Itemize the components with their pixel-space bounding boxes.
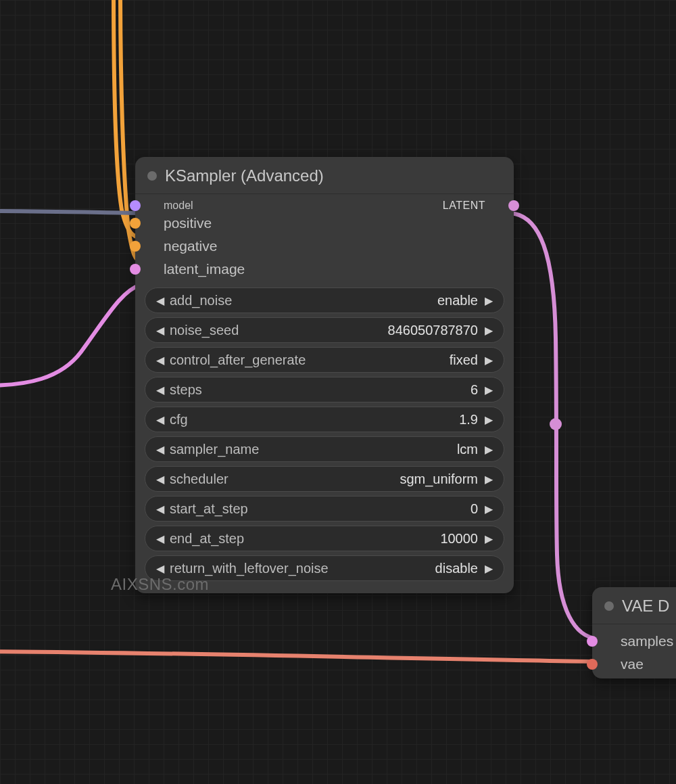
widget-control-after-generate[interactable]: ◀ control_after_generate fixed ▶ — [145, 347, 504, 373]
widget-label: steps — [170, 382, 202, 398]
widget-sampler-name[interactable]: ◀ sampler_name lcm ▶ — [145, 436, 504, 462]
input-port-model[interactable] — [130, 200, 141, 211]
input-label-latent-image: latent_image — [164, 261, 245, 277]
widget-end-at-step[interactable]: ◀ end_at_step 10000 ▶ — [145, 526, 504, 551]
output-port-latent[interactable] — [508, 200, 519, 211]
node-ksampler-advanced[interactable]: KSampler (Advanced) model LATENT positiv… — [135, 157, 514, 593]
input-port-negative[interactable] — [130, 241, 141, 252]
input-port-vae[interactable] — [587, 659, 598, 670]
widget-scheduler[interactable]: ◀ scheduler sgm_uniform ▶ — [145, 466, 504, 492]
widget-value: 846050787870 — [388, 323, 478, 338]
input-label-model: model — [164, 200, 193, 212]
arrow-left-icon[interactable]: ◀ — [153, 503, 167, 515]
arrow-left-icon[interactable]: ◀ — [153, 532, 167, 545]
arrow-right-icon[interactable]: ▶ — [482, 443, 496, 456]
widget-value: 6 — [470, 382, 478, 398]
input-label-samples: samples — [621, 633, 673, 649]
arrow-right-icon[interactable]: ▶ — [482, 384, 496, 396]
watermark-text: AIXSNS.com — [111, 575, 209, 594]
widget-value: fixed — [450, 352, 478, 368]
arrow-left-icon[interactable]: ◀ — [153, 324, 167, 337]
input-label-negative: negative — [164, 238, 217, 254]
widget-label: return_with_leftover_noise — [170, 561, 329, 576]
widget-value: 1.9 — [459, 412, 478, 428]
node-title: KSampler (Advanced) — [165, 166, 324, 185]
arrow-right-icon[interactable]: ▶ — [482, 532, 496, 545]
widget-label: add_noise — [170, 293, 232, 308]
input-label-vae: vae — [621, 656, 644, 672]
arrow-right-icon[interactable]: ▶ — [482, 324, 496, 337]
widget-value: sgm_uniform — [400, 471, 478, 487]
widget-label: sampler_name — [170, 442, 259, 457]
collapse-dot-icon[interactable] — [604, 601, 614, 611]
widget-start-at-step[interactable]: ◀ start_at_step 0 ▶ — [145, 496, 504, 522]
widget-value: 10000 — [440, 531, 478, 547]
widget-label: end_at_step — [170, 531, 244, 547]
node-title: VAE D — [622, 597, 669, 616]
widget-value: disable — [435, 561, 478, 576]
arrow-right-icon[interactable]: ▶ — [482, 354, 496, 367]
widget-value: enable — [437, 293, 478, 308]
widget-label: control_after_generate — [170, 352, 306, 368]
widget-label: noise_seed — [170, 323, 239, 338]
widget-add-noise[interactable]: ◀ add_noise enable ▶ — [145, 287, 504, 313]
node-titlebar[interactable]: KSampler (Advanced) — [135, 157, 514, 194]
widgets-container: ◀ add_noise enable ▶ ◀ noise_seed 846050… — [135, 283, 514, 593]
widget-noise-seed[interactable]: ◀ noise_seed 846050787870 ▶ — [145, 317, 504, 343]
arrow-left-icon[interactable]: ◀ — [153, 473, 167, 486]
arrow-right-icon[interactable]: ▶ — [482, 413, 496, 426]
output-label-latent: LATENT — [443, 200, 485, 212]
arrow-left-icon[interactable]: ◀ — [153, 384, 167, 396]
widget-value: 0 — [470, 501, 478, 517]
widget-label: cfg — [170, 412, 188, 428]
input-port-latent-image[interactable] — [130, 264, 141, 275]
input-label-positive: positive — [164, 215, 212, 231]
arrow-right-icon[interactable]: ▶ — [482, 473, 496, 486]
arrow-left-icon[interactable]: ◀ — [153, 443, 167, 456]
arrow-left-icon[interactable]: ◀ — [153, 413, 167, 426]
arrow-right-icon[interactable]: ▶ — [482, 562, 496, 575]
arrow-right-icon[interactable]: ▶ — [482, 294, 496, 307]
widget-steps[interactable]: ◀ steps 6 ▶ — [145, 377, 504, 402]
node-vae-decode[interactable]: VAE D samples vae — [592, 587, 676, 678]
widget-label: scheduler — [170, 471, 228, 487]
arrow-left-icon[interactable]: ◀ — [153, 294, 167, 307]
input-port-positive[interactable] — [130, 218, 141, 229]
arrow-right-icon[interactable]: ▶ — [482, 503, 496, 515]
widget-cfg[interactable]: ◀ cfg 1.9 ▶ — [145, 407, 504, 432]
collapse-dot-icon[interactable] — [147, 171, 157, 181]
widget-value: lcm — [457, 442, 478, 457]
node-titlebar[interactable]: VAE D — [592, 587, 676, 624]
arrow-left-icon[interactable]: ◀ — [153, 354, 167, 367]
arrow-left-icon[interactable]: ◀ — [153, 562, 167, 575]
input-port-samples[interactable] — [587, 636, 598, 647]
widget-label: start_at_step — [170, 501, 248, 517]
